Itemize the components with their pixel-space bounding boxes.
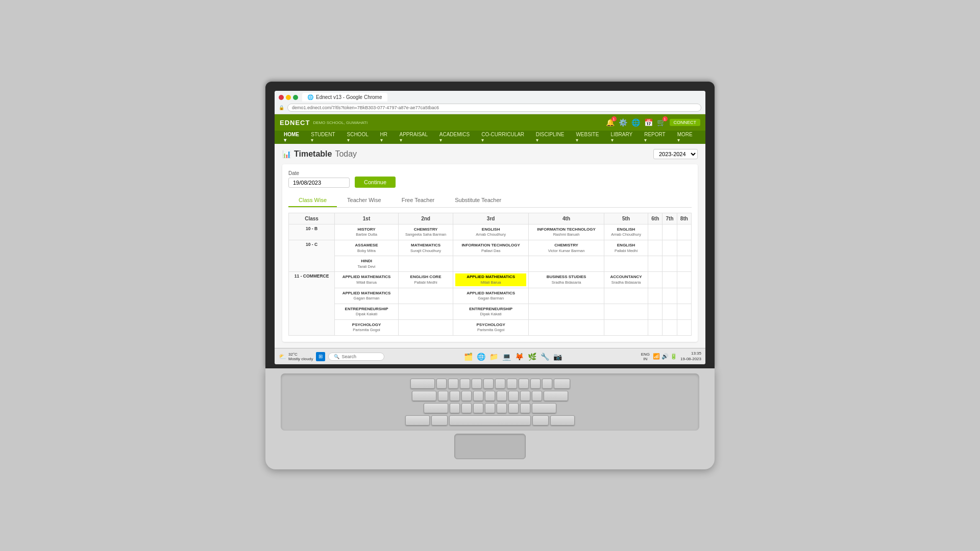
notifications-icon[interactable]: 🔔 1 xyxy=(606,118,615,127)
col-header-4th: 4th xyxy=(529,213,604,224)
date-label: Date xyxy=(288,170,350,176)
cell-11com-1-3: ENTREPRENEURSHIPDipak Kakati xyxy=(335,304,399,319)
cell-10c-5: ENGLISHPallabi Medhi xyxy=(604,240,648,256)
globe-icon[interactable]: 🌐 xyxy=(631,118,640,127)
year-selector[interactable]: 2023-2024 xyxy=(653,149,698,159)
menu-cocurricular[interactable]: CO-CURRICULAR ▾ xyxy=(477,130,532,145)
cell-11com-2-2 xyxy=(398,288,453,304)
menu-academics[interactable]: ACADEMICS ▾ xyxy=(435,130,477,145)
app-content: EDNECT DEMO SCHOOL, GUWAHATI 🔔 1 ⚙️ 🌐 📅 … xyxy=(275,114,705,364)
table-row: ENTREPRENEURSHIPDipak Kakati ENTREPRENEU… xyxy=(289,304,692,319)
browser-controls xyxy=(279,95,298,100)
cart-badge: 1 xyxy=(663,116,668,121)
menu-bar: HOME ▾ STUDENT ▾ SCHOOL ▾ HR ▾ APPRAISAL… xyxy=(275,131,705,144)
key-d xyxy=(461,391,472,401)
cell-11com-3-4: PSYCHOLOGYParismita Gogoi xyxy=(453,319,529,335)
taskbar-right: ENG IN 📶 🔊 🔋 13:35 19-08-2023 xyxy=(641,351,701,362)
class-label-11com: 11 - COMMERCE xyxy=(289,272,335,336)
cell-11com-4-1: BUSINESS STUDIESSradha Bidasaria xyxy=(529,272,604,288)
taskbar-app5[interactable]: 🌿 xyxy=(527,352,537,362)
menu-library[interactable]: LIBRARY ▾ xyxy=(607,130,641,145)
calendar-icon[interactable]: 📅 xyxy=(644,118,653,127)
cell-10b-2: CHEMISTRYSangeeta Saha Barman xyxy=(398,224,453,240)
menu-website[interactable]: WEBSITE ▾ xyxy=(572,130,606,145)
url-bar[interactable]: demo1.ednect.com/7/tls?token=7BkB303-077… xyxy=(287,104,701,112)
taskbar-files[interactable]: 📁 xyxy=(488,352,499,362)
menu-school[interactable]: SCHOOL ▾ xyxy=(343,130,376,145)
key-x xyxy=(461,403,472,413)
cart-icon[interactable]: 🛒 1 xyxy=(657,118,666,127)
page-content: 📊 Timetable Today 2023-2024 xyxy=(275,144,705,348)
tab-teacher-wise[interactable]: Teacher Wise xyxy=(337,194,391,207)
table-row: 10 - C ASSAMESEBoby Mitra MATHEMATICSSur… xyxy=(289,240,692,256)
cell-11com-8-2 xyxy=(677,288,691,304)
table-row: HINDITarali Devi xyxy=(289,256,692,272)
cell-11com-7-1 xyxy=(663,272,677,288)
start-button[interactable]: ⊞ xyxy=(316,352,325,361)
cell-10c-extra8 xyxy=(677,256,691,272)
key-p xyxy=(542,379,552,389)
table-row: PSYCHOLOGYParismita Gogoi PSYCHOLOGYPari… xyxy=(289,319,692,335)
page-subtitle: Today xyxy=(335,149,357,159)
tabs-row: Class Wise Teacher Wise Free Teacher Sub… xyxy=(288,194,692,208)
cell-11com-7-3 xyxy=(663,304,677,319)
menu-appraisal[interactable]: APPRAISAL ▾ xyxy=(396,130,435,145)
cell-10c-extra6 xyxy=(648,256,663,272)
key-space xyxy=(449,415,531,425)
cell-11com-1-2: APPLIED MATHEMATICSGagan Barman xyxy=(335,288,399,304)
key-n xyxy=(508,403,519,413)
tab-title: Ednect v13 - Google Chrome xyxy=(316,94,382,100)
col-header-3rd: 3rd xyxy=(453,213,529,224)
maximize-btn[interactable] xyxy=(293,95,298,100)
key-m xyxy=(520,403,530,413)
taskbar-chrome[interactable]: 🌐 xyxy=(476,352,486,362)
key-f xyxy=(473,391,483,401)
key-e xyxy=(460,379,470,389)
key-z xyxy=(450,403,460,413)
lock-icon: 🔒 xyxy=(279,105,284,110)
nav-logo: EDNECT DEMO SCHOOL, GUWAHATI xyxy=(280,119,368,127)
touchpad[interactable] xyxy=(454,434,526,459)
taskbar-app6[interactable]: 🔧 xyxy=(540,352,550,362)
tab-substitute-teacher[interactable]: Substitute Teacher xyxy=(445,194,511,207)
taskbar-app7[interactable]: 📷 xyxy=(552,352,563,362)
cell-10c-2: MATHEMATICSSurajit Choudhury xyxy=(398,240,453,256)
taskbar-firefox[interactable]: 🦊 xyxy=(514,352,525,362)
minimize-btn[interactable] xyxy=(286,95,291,100)
tab-class-wise[interactable]: Class Wise xyxy=(288,194,337,207)
menu-discipline[interactable]: DISCIPLINE ▾ xyxy=(532,130,572,145)
menu-student[interactable]: STUDENT ▾ xyxy=(307,130,342,145)
key-h xyxy=(497,391,507,401)
browser-chrome: 🌐 Ednect v13 - Google Chrome 🔒 demo1.edn… xyxy=(275,91,705,114)
key-ctrl-r xyxy=(550,415,575,425)
browser-tab[interactable]: 🌐 Ednect v13 - Google Chrome xyxy=(302,93,387,102)
cell-10c-hindi: HINDITarali Devi xyxy=(335,256,399,272)
menu-hr[interactable]: HR ▾ xyxy=(376,130,396,145)
key-ctrl xyxy=(405,415,430,425)
taskbar-vscode[interactable]: 💻 xyxy=(501,352,512,362)
taskbar-explorer[interactable]: 🗂️ xyxy=(463,352,474,362)
cell-10b-4: INFORMATION TECHNOLOGYRashmi Baruah xyxy=(529,224,604,240)
continue-button[interactable]: Continue xyxy=(355,177,396,188)
menu-report[interactable]: REPORT ▾ xyxy=(640,130,673,145)
battery-icon: 🔋 xyxy=(670,353,677,360)
settings-icon[interactable]: ⚙️ xyxy=(619,118,627,127)
menu-home[interactable]: HOME ▾ xyxy=(280,130,307,145)
timetable: Class 1st 2nd 3rd 4th 5th 6th 7th 8th xyxy=(288,213,692,336)
laptop-wrapper: 🌐 Ednect v13 - Google Chrome 🔒 demo1.edn… xyxy=(260,82,720,469)
taskbar-search[interactable]: 🔍 Search xyxy=(328,353,384,361)
cell-11com-6-3 xyxy=(648,304,663,319)
key-o xyxy=(530,379,541,389)
key-a xyxy=(438,391,448,401)
date-input[interactable] xyxy=(288,178,350,188)
menu-more[interactable]: MORE ▾ xyxy=(673,130,700,145)
key-g xyxy=(485,391,495,401)
cell-10c-extra2 xyxy=(398,256,453,272)
key-backspace xyxy=(554,379,570,389)
col-header-6th: 6th xyxy=(648,213,663,224)
nav-icons: 🔔 1 ⚙️ 🌐 📅 🛒 1 CONNECT xyxy=(606,118,701,127)
connect-button[interactable]: CONNECT xyxy=(670,119,701,126)
cell-11com-6-4 xyxy=(648,319,663,335)
tab-free-teacher[interactable]: Free Teacher xyxy=(391,194,445,207)
close-btn[interactable] xyxy=(279,95,284,100)
